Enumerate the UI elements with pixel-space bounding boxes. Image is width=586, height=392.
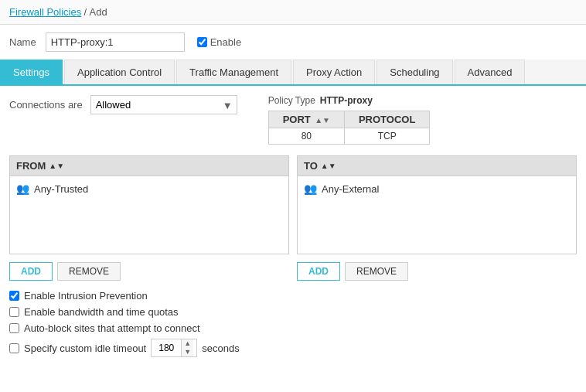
tab-scheduling[interactable]: Scheduling (376, 60, 452, 84)
enable-label: Enable (210, 36, 241, 48)
from-body: 👥 Any-Trusted (10, 176, 288, 254)
tab-advanced[interactable]: Advanced (455, 60, 526, 84)
autoblock-checkbox[interactable] (9, 323, 19, 333)
bandwidth-label: Enable bandwidth and time quotas (24, 306, 178, 318)
to-sort-icon: ▲▼ (321, 162, 336, 170)
breadcrumb-parent[interactable]: Firewall Policies (9, 6, 81, 18)
tab-application-control[interactable]: Application Control (64, 60, 175, 84)
from-remove-button[interactable]: REMOVE (57, 262, 121, 281)
idle-timeout-spinbox: ▲ ▼ (151, 339, 197, 357)
to-header: TO ▲▼ (298, 156, 576, 176)
tab-proxy-action[interactable]: Proxy Action (293, 60, 375, 84)
tab-settings[interactable]: Settings (0, 60, 63, 84)
list-item: 👥 Any-Trusted (16, 181, 282, 196)
idle-timeout-checkbox[interactable] (9, 343, 19, 353)
intrusion-checkbox[interactable] (9, 291, 19, 301)
list-item: 👥 Any-External (304, 181, 570, 196)
enable-area: Enable (197, 36, 244, 48)
panels-row: FROM ▲▼ 👥 Any-Trusted TO ▲▼ 👥 (9, 155, 577, 254)
spin-down-button[interactable]: ▼ (182, 348, 193, 356)
spin-up-button[interactable]: ▲ (182, 339, 193, 348)
enable-checkbox[interactable] (197, 37, 207, 47)
policy-type-label: Policy Type (268, 95, 315, 106)
to-item-label: Any-External (322, 183, 379, 195)
autoblock-checkbox-row: Auto-block sites that attempt to connect (9, 322, 577, 334)
intrusion-checkbox-row: Enable Intrusion Prevention (9, 290, 577, 302)
connections-label: Connections are (9, 99, 83, 111)
intrusion-label: Enable Intrusion Prevention (24, 290, 148, 302)
from-add-button[interactable]: ADD (9, 262, 53, 281)
to-body: 👥 Any-External (298, 176, 576, 254)
port-col-header: PORT ▲▼ (268, 111, 344, 128)
from-label: FROM (16, 160, 46, 172)
connections-select[interactable]: Allowed Denied Dropped (90, 95, 237, 114)
breadcrumb-current: Add (90, 6, 107, 18)
bandwidth-checkbox-row: Enable bandwidth and time quotas (9, 306, 577, 318)
breadcrumb-separator: / (84, 6, 87, 18)
to-remove-button[interactable]: REMOVE (345, 262, 408, 281)
to-add-button[interactable]: ADD (297, 262, 340, 281)
from-header: FROM ▲▼ (10, 156, 288, 176)
to-label: TO (304, 160, 318, 172)
from-panel: FROM ▲▼ 👥 Any-Trusted (9, 155, 289, 254)
to-panel: TO ▲▼ 👥 Any-External (297, 155, 577, 254)
port-value: 80 (268, 128, 344, 145)
main-content: Connections are Allowed Denied Dropped ▼… (0, 86, 586, 371)
policy-type-row: Policy Type HTTP-proxy (268, 95, 431, 106)
autoblock-label: Auto-block sites that attempt to connect (24, 322, 200, 334)
protocol-value: TCP (344, 128, 429, 145)
tab-traffic-management[interactable]: Traffic Management (176, 60, 291, 84)
name-row: Name Enable (0, 25, 586, 60)
idle-timeout-input[interactable] (152, 341, 181, 355)
port-protocol-table: PORT ▲▼ PROTOCOL 80 TCP (268, 111, 431, 145)
from-item-label: Any-Trusted (34, 183, 88, 195)
table-row: 80 TCP (268, 128, 430, 145)
to-btn-row: ADD REMOVE (297, 262, 577, 281)
user-icon: 👥 (16, 182, 29, 195)
idle-timeout-unit: seconds (202, 343, 239, 354)
connections-row: Connections are Allowed Denied Dropped ▼ (9, 95, 237, 114)
connections-select-wrapper: Allowed Denied Dropped ▼ (90, 95, 237, 114)
from-sort-icon: ▲▼ (49, 162, 64, 170)
name-input[interactable] (46, 32, 185, 52)
spin-buttons: ▲ ▼ (181, 339, 193, 356)
idle-timeout-row: Specify custom idle timeout ▲ ▼ seconds (9, 339, 577, 357)
policy-type-area: Policy Type HTTP-proxy PORT ▲▼ PROTOCOL (268, 95, 431, 145)
bandwidth-checkbox[interactable] (9, 307, 19, 317)
tabs-bar: Settings Application Control Traffic Man… (0, 60, 586, 86)
name-label: Name (9, 36, 36, 48)
policy-type-value: HTTP-proxy (320, 95, 373, 106)
protocol-col-header: PROTOCOL (344, 111, 429, 128)
user-icon: 👥 (304, 182, 317, 195)
port-sort-icon: ▲▼ (315, 116, 330, 124)
from-btn-row: ADD REMOVE (9, 262, 289, 281)
breadcrumb: Firewall Policies / Add (0, 0, 586, 25)
idle-timeout-label: Specify custom idle timeout (24, 343, 146, 354)
